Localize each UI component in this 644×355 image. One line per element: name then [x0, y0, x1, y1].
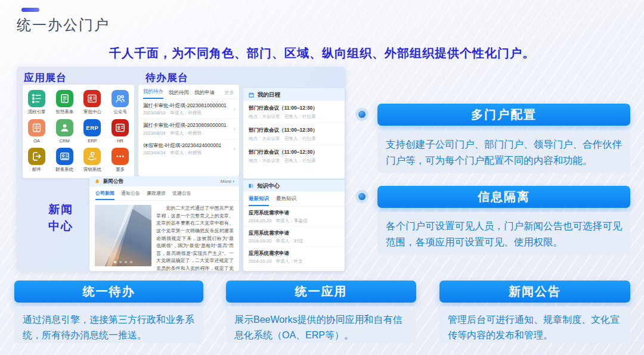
feature-desc-multi-portal: 支持创建子公司门户、部门门户、领导门户、合作伙伴门户等，可为每个门户配置不同的内… [377, 130, 630, 173]
todo-section-title: 待办展台 [145, 71, 188, 85]
schedule-item[interactable]: 部门行政会议（11:00–12:30） 地点：大会议室 召集人：任恒康 [243, 123, 345, 145]
knowledge-item-meta: 2018-03-20 申请人：叶文 [249, 259, 339, 264]
app-item-marketing-system[interactable]: 营销系统 [79, 148, 106, 173]
hand-icon [83, 148, 101, 165]
knowledge-tabs: 最新知识 最热知识 [243, 192, 345, 207]
todo-list-item[interactable]: 漏打卡审批-叶煜琪-20230809000001 2023/08/09申请人：叶… [138, 119, 239, 139]
carousel-dot[interactable] [114, 261, 116, 263]
app-item-erp[interactable]: ERP ERP [79, 119, 106, 144]
bottom-banner-label: 统一应用 [295, 284, 348, 300]
carousel-dot[interactable] [130, 261, 132, 263]
card-icon [56, 148, 73, 165]
knowledge-panel: 知识中心 最新知识 最热知识 应用系统需求申请 2018-03-20 申请人：李… [243, 180, 345, 271]
knowledge-item[interactable]: 应用系统需求申请 2018-03-20 申请人：李春强 [243, 207, 345, 227]
schedule-item-meta: 地点：大会议室 召集人：任恒康 [249, 136, 339, 142]
form-icon [56, 90, 73, 107]
feature-banner-multi-portal[interactable]: 多门户配置 [377, 104, 630, 126]
slide-subtitle: 千人千面，为不同角色、部门、区域、纵向组织、外部组织提供个性化门户。 [0, 45, 644, 61]
knowledge-item-meta: 2018-03-20 申请人：李春强 [249, 218, 339, 224]
app-label: 营销系统 [83, 167, 101, 173]
person-icon [56, 119, 73, 136]
bottom-desc-news-announcements: 管理后台可进行通知、规章制度、文化宣传等内容的发布和管理。 [439, 306, 630, 343]
tab-company-news[interactable]: 公司新闻 [95, 190, 114, 200]
tab-hottest-knowledge[interactable]: 最热知识 [276, 195, 296, 206]
knowledge-item[interactable]: 应用系统需求申请 2018-03-20 申请人：叶文 [243, 247, 345, 267]
app-grid-panel: 流程引擎 智慧表单 审批中心 公众号 OA CRM [23, 85, 134, 178]
bell-icon [94, 179, 100, 185]
todo-item-title: 休假审批-叶煜琪-20230424000001 [143, 142, 230, 149]
title-accent-dash [21, 8, 39, 12]
news-carousel-image[interactable] [95, 205, 151, 266]
bottom-banner-unified-todo[interactable]: 统一待办 [14, 281, 203, 303]
todo-list-item[interactable]: 漏打卡审批-叶煜琪-20230810000001 2023/08/10申请人：叶… [138, 99, 239, 119]
news-header-title: 新闻公告 [103, 178, 123, 185]
news-more-link[interactable]: More › [221, 179, 234, 184]
todo-list-item[interactable]: 休假审批-叶煜琪-20230424000001 2023/04/24申请人：叶煜… [138, 139, 239, 158]
carousel-dot[interactable] [119, 261, 122, 263]
knowledge-item[interactable]: 应用系统需求申请 2018-03-20 申请人：刘强 [243, 227, 345, 247]
app-label: 更多 [116, 167, 125, 173]
app-item-more[interactable]: 更多 [107, 148, 134, 173]
app-label: 审批中心 [83, 109, 101, 115]
document-icon [28, 119, 45, 136]
todo-item-title: 漏打卡审批-叶煜琪-20230809000001 [143, 122, 230, 129]
schedule-item-title: 部门行政会议（11:00–12:30） [249, 105, 339, 112]
people-icon [112, 90, 129, 107]
schedule-item[interactable]: 部门行政会议（11:00–12:30） 地点：大会议室 召集人：任恒康 [243, 145, 345, 167]
app-section-title: 应用展台 [24, 71, 67, 85]
tab-my-apply[interactable]: 我的申请 [194, 89, 215, 99]
app-item-approval-center[interactable]: 审批中心 [79, 90, 106, 115]
app-label: 流程引擎 [27, 109, 45, 115]
app-item-flow-engine[interactable]: 流程引擎 [23, 90, 49, 115]
knowledge-title: 知识中心 [257, 182, 280, 190]
erp-text-icon: ERP [83, 119, 101, 136]
portal-screenshot: 应用展台 待办展台 流程引擎 智慧表单 审批中心 公众号 OA [17, 67, 346, 272]
todo-panel: 我的待办 我的待阅 我的申请 更多 漏打卡审批-叶煜琪-202308100000… [138, 85, 239, 176]
schedule-panel: 我的日程 部门行政会议（11:00–12:30） 地点：大会议室 召集人：任恒康… [243, 88, 345, 179]
news-panel: 新闻公告 More › 公司新闻 通知公告 廉政建设 党建公告 [89, 176, 239, 271]
id-badge-icon [83, 90, 101, 107]
feature-bullet [355, 190, 369, 203]
todo-item-applicant: 申请人：叶煜琪 [171, 110, 202, 116]
page-title: 统一办公门户 [17, 15, 110, 35]
tab-latest-knowledge[interactable]: 最新知识 [249, 195, 269, 206]
app-item-mail[interactable]: 邮件 [23, 148, 49, 173]
app-item-smart-form[interactable]: 智慧表单 [51, 90, 78, 115]
bottom-desc-unified-apps: 展示BeeWorks提供的协同应用和自有信息化系统（OA、ERP等）。 [226, 306, 416, 343]
id-badge-icon [112, 119, 129, 136]
schedule-item[interactable]: 部门行政会议（11:00–12:30） 地点：大会议室 召集人：任恒康 [243, 101, 345, 123]
schedule-item-title: 部门行政会议（11:00–12:30） [249, 127, 339, 134]
app-label: ERP [88, 138, 97, 144]
exit-arrow-icon [28, 148, 45, 165]
knowledge-header: 知识中心 [243, 180, 345, 192]
bottom-banner-label: 统一待办 [83, 284, 135, 300]
tab-notices[interactable]: 通知公告 [121, 190, 140, 200]
feature-bullet [355, 108, 369, 121]
feature-banner-info-isolation[interactable]: 信息隔离 [377, 186, 630, 208]
feature-banner-label: 信息隔离 [478, 189, 530, 205]
schedule-header: 我的日程 [243, 88, 345, 101]
schedule-item-meta: 地点：大会议室 召集人：任恒康 [249, 114, 339, 120]
tab-my-todo[interactable]: 我的待办 [143, 88, 163, 99]
carousel-dot[interactable] [125, 261, 127, 263]
app-item-official-account[interactable]: 公众号 [107, 90, 134, 115]
tab-party-announcements[interactable]: 党建公告 [172, 190, 191, 200]
tab-my-toread[interactable]: 我的待阅 [169, 89, 189, 99]
app-item-finance-system[interactable]: 财务系统 [51, 148, 78, 173]
app-item-hr[interactable]: HR [107, 119, 134, 144]
slide-canvas: 统一办公门户 千人千面，为不同角色、部门、区域、纵向组织、外部组织提供个性化门户… [0, 0, 644, 355]
tab-integrity[interactable]: 廉政建设 [147, 190, 166, 200]
app-label: OA [33, 138, 40, 144]
bottom-banner-news-announcements[interactable]: 新闻公告 [439, 281, 630, 303]
chevron-right-icon: › [233, 145, 236, 152]
bottom-banner-label: 新闻公告 [509, 284, 561, 300]
schedule-item-meta: 地点：大会议室 召集人：任恒康 [249, 158, 339, 164]
app-item-oa[interactable]: OA [23, 119, 49, 144]
bottom-banner-unified-apps[interactable]: 统一应用 [226, 281, 416, 303]
news-center-label: 新闻 中心 [40, 201, 82, 234]
calendar-icon [248, 92, 255, 98]
app-item-crm[interactable]: CRM [51, 119, 78, 144]
app-label: 公众号 [113, 109, 127, 115]
news-article-text: 党的二大正式通过了中国共产党章程，这是一个完整意义上的党章。党章的基本要素在二大… [156, 205, 234, 271]
tab-more[interactable]: 更多 [224, 89, 234, 99]
